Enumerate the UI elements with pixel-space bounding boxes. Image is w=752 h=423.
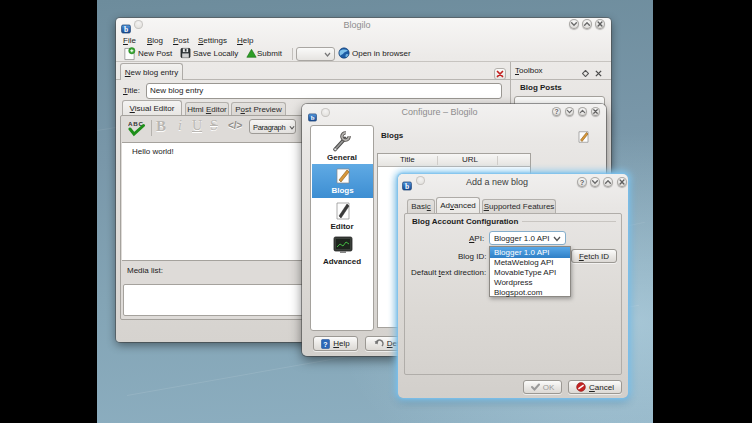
svg-text:ABC: ABC	[128, 120, 144, 127]
svg-text:?: ?	[554, 108, 558, 115]
svg-text:?: ?	[580, 178, 585, 187]
svg-text:?: ?	[324, 340, 328, 347]
